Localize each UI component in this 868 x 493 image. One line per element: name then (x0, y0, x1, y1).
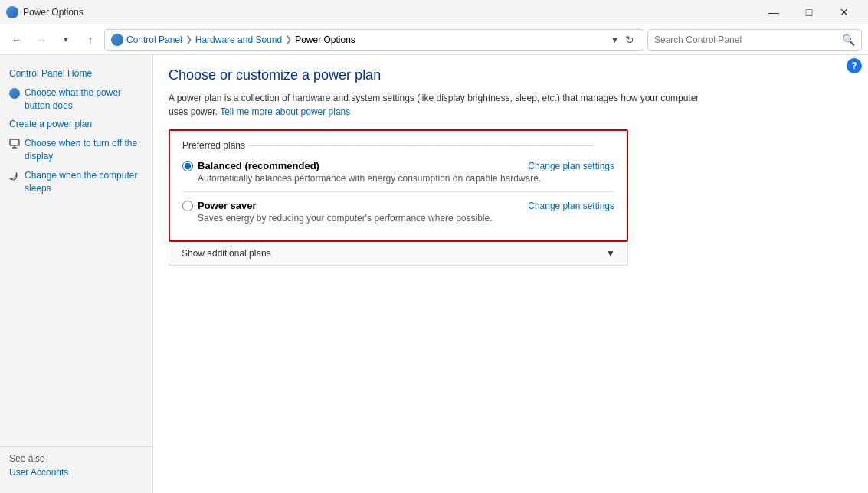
learn-more-link[interactable]: Tell me more about power plans (220, 106, 350, 117)
preferred-plans-label: Preferred plans (182, 140, 245, 151)
monitor-icon (9, 139, 20, 152)
plan-desc-power-saver: Saves energy by reducing your computer's… (198, 213, 614, 224)
plan-radio-power-saver[interactable] (182, 201, 193, 211)
sidebar-item-control-panel-home[interactable]: Control Panel Home (0, 64, 152, 83)
show-additional-plans[interactable]: Show additional plans ▼ (169, 242, 628, 266)
sidebar-item-label: Choose what the power button does (25, 87, 143, 113)
location-icon (111, 34, 123, 46)
sidebar-item-label: Create a power plan (9, 118, 92, 131)
sidebar-nav: Control Panel Home Choose what the power… (0, 64, 152, 198)
plan-divider (182, 191, 614, 192)
plan-desc-balanced: Automatically balances performance with … (198, 173, 614, 184)
window-title: Power Options (23, 7, 84, 18)
breadcrumb-control-panel[interactable]: Control Panel (126, 34, 182, 45)
address-dropdown-button[interactable]: ▼ (611, 35, 619, 44)
main-container: Control Panel Home Choose what the power… (0, 55, 868, 493)
sidebar-item-choose-display-off[interactable]: Choose when to turn off the display (0, 134, 152, 166)
breadcrumb: Control Panel ❯ Hardware and Sound ❯ Pow… (126, 34, 608, 45)
moon-icon (9, 171, 20, 185)
close-button[interactable]: ✕ (827, 0, 862, 24)
sidebar-item-change-sleep[interactable]: Change when the computer sleeps (0, 166, 152, 198)
up-button[interactable]: ↑ (80, 29, 101, 51)
forward-button[interactable]: → (31, 29, 52, 51)
plan-label-balanced[interactable]: Balanced (recommended) (182, 160, 319, 171)
plan-row-balanced: Balanced (recommended) Change plan setti… (182, 160, 614, 184)
breadcrumb-hardware-sound[interactable]: Hardware and Sound (195, 34, 282, 45)
plan-header-power-saver: Power saver Change plan settings (182, 200, 614, 211)
change-plan-link-power-saver[interactable]: Change plan settings (528, 201, 614, 211)
search-input[interactable] (654, 34, 839, 45)
change-plan-link-balanced[interactable]: Change plan settings (528, 161, 614, 171)
sidebar-item-label: Control Panel Home (9, 67, 92, 80)
plan-label-power-saver[interactable]: Power saver (182, 200, 257, 211)
address-bar: ← → ▼ ↑ Control Panel ❯ Hardware and Sou… (0, 24, 868, 55)
refresh-button[interactable]: ↻ (622, 34, 637, 46)
sidebar: Control Panel Home Choose what the power… (0, 55, 153, 493)
help-button[interactable]: ? (847, 58, 862, 73)
recent-locations-button[interactable]: ▼ (55, 29, 77, 51)
title-bar: Power Options — □ ✕ (0, 0, 868, 24)
preferred-plans-legend: Preferred plans ────────────────────────… (182, 140, 614, 151)
page-description: A power plan is a collection of hardware… (169, 91, 705, 119)
plan-header-balanced: Balanced (recommended) Change plan setti… (182, 160, 614, 171)
sidebar-item-choose-power-button[interactable]: Choose what the power button does (0, 83, 152, 116)
plan-row-power-saver: Power saver Change plan settings Saves e… (182, 200, 614, 224)
see-also-label: See also (9, 453, 143, 464)
breadcrumb-sep-1: ❯ (185, 34, 192, 44)
plan-radio-balanced[interactable] (182, 161, 193, 171)
preferred-plans-box: Preferred plans ────────────────────────… (169, 129, 628, 242)
address-box: Control Panel ❯ Hardware and Sound ❯ Pow… (104, 29, 644, 51)
content-area: ? Choose or customize a power plan A pow… (153, 55, 868, 493)
globe-icon (9, 88, 20, 99)
user-accounts-link[interactable]: User Accounts (9, 467, 143, 478)
title-bar-left: Power Options (6, 6, 84, 18)
sidebar-item-label: Choose when to turn off the display (25, 137, 143, 163)
sidebar-bottom: See also User Accounts (0, 446, 152, 484)
maximize-button[interactable]: □ (791, 0, 827, 24)
window-controls: — □ ✕ (756, 0, 862, 24)
plan-name-balanced: Balanced (recommended) (198, 160, 319, 171)
sidebar-item-create-power-plan[interactable]: Create a power plan (0, 115, 152, 134)
sidebar-item-label: Change when the computer sleeps (25, 169, 143, 195)
chevron-down-icon: ▼ (606, 248, 615, 259)
show-additional-label: Show additional plans (182, 248, 271, 259)
search-button[interactable]: 🔍 (842, 34, 855, 46)
page-title: Choose or customize a power plan (169, 67, 853, 83)
search-box: 🔍 (647, 29, 862, 51)
back-button[interactable]: ← (6, 29, 28, 51)
breadcrumb-power-options: Power Options (295, 34, 355, 45)
plan-name-power-saver: Power saver (198, 200, 257, 211)
app-icon (6, 6, 18, 18)
svg-rect-0 (10, 139, 19, 145)
breadcrumb-sep-2: ❯ (285, 34, 292, 44)
minimize-button[interactable]: — (756, 0, 791, 24)
